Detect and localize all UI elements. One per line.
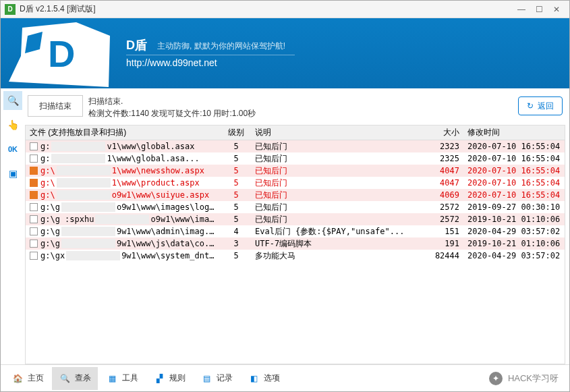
header-app-name: D盾 — [126, 37, 147, 53]
cell-size: 4069 — [426, 190, 463, 200]
path-prefix: g:\g :spxhu — [40, 215, 94, 224]
cell-desc: 已知后门 — [251, 177, 426, 189]
table-body[interactable]: g:v1\www\global.asax5已知后门23232020-07-10 … — [26, 140, 565, 364]
file-icon — [30, 155, 38, 163]
tab-label: 查杀 — [75, 372, 91, 384]
header-tagline: 主动防御, 默默为你的网站保驾护航! — [157, 40, 285, 52]
tab-log[interactable]: ▤记录 — [194, 367, 239, 390]
body-area: 🔍👆0K▣ 扫描结束 扫描结束. 检测文件数:1140 发现可疑文件:10 用时… — [1, 88, 569, 364]
table-row[interactable]: g:\go9w1\www\images\log...5已知后门25722019-… — [26, 201, 565, 213]
options-icon: ◧ — [248, 372, 260, 385]
path-prefix: g: — [40, 154, 50, 163]
table-row[interactable]: g:1\www\global.asa...5已知后门23252020-07-10… — [26, 152, 565, 165]
tab-home[interactable]: 🏠主页 — [5, 367, 51, 390]
cell-time: 2019-09-27 00:30:10 — [463, 202, 565, 212]
redacted-block — [61, 239, 115, 248]
redacted-block — [51, 154, 105, 163]
cell-size: 2325 — [426, 154, 463, 163]
cell-level: 5 — [221, 202, 251, 212]
table-row[interactable]: g:\gx9w1\www\system_dnt...5多功能大马82444202… — [26, 250, 565, 262]
redacted-block — [57, 178, 111, 188]
cell-desc: 已知后门 — [251, 153, 426, 165]
hand-icon[interactable]: 👆 — [3, 115, 22, 134]
path-prefix: g:\ — [40, 166, 55, 175]
tab-options[interactable]: ◧选项 — [241, 367, 287, 390]
app-window: D D盾 v2.1.5.4 [测试版] — ☐ ✕ D D盾 主动防御, 默默为… — [0, 0, 570, 392]
status-text: 扫描结束. 检测文件数:1140 发现可疑文件:10 用时:1.00秒 — [88, 95, 513, 119]
redacted-block — [61, 202, 115, 212]
minimize-button[interactable]: — — [513, 3, 530, 16]
col-desc[interactable]: 说明 — [251, 127, 426, 138]
cell-time: 2019-10-21 01:10:06 — [463, 215, 565, 224]
cell-level: 5 — [221, 154, 251, 163]
path-prefix: g:\g — [40, 227, 60, 236]
path-suffix: o9w1\www\suiyue.aspx — [112, 190, 217, 200]
table-row[interactable]: g:\g9w1\www\js\data\co...3UTF-7编码脚本19120… — [26, 237, 565, 250]
col-file[interactable]: 文件 (支持拖放目录和扫描) — [26, 127, 221, 138]
window-title: D盾 v2.1.5.4 [测试版] — [20, 3, 513, 15]
back-button[interactable]: ↻ 返回 — [518, 96, 563, 115]
table-row[interactable]: g:\g9w1\www\admin\imag...4Eval后门 {参数:{$P… — [26, 225, 565, 237]
path-suffix: o9w1\www\images\log... — [117, 202, 217, 212]
cell-time: 2020-07-10 16:55:04 — [463, 154, 565, 163]
path-prefix: g:\g — [40, 239, 60, 248]
file-icon — [30, 167, 38, 175]
path-prefix: g: — [40, 142, 50, 151]
redacted-block — [66, 251, 120, 260]
table-row[interactable]: g:\g :spxhuo9w1\www\images\mys...5已知后门25… — [26, 213, 565, 225]
cell-size: 82444 — [426, 251, 463, 260]
svg-text:D: D — [48, 32, 75, 75]
cell-size: 151 — [426, 227, 463, 236]
bottom-tabs: 🏠主页🔍查杀▦工具▞规则▤记录◧选项 ✦ HACK学习呀 — [1, 364, 569, 391]
grid-icon: ▦ — [106, 372, 118, 385]
file-icon — [30, 142, 38, 150]
table-row[interactable]: g:\1\www\product.aspx5已知后门40472020-07-10… — [26, 177, 565, 189]
scan-end-button[interactable]: 扫描结束 — [28, 95, 83, 117]
path-prefix: g:\g — [40, 202, 60, 212]
ok-icon[interactable]: 0K — [3, 140, 22, 159]
cell-desc: Eval后门 {参数:{$PAY,"unsafe"... — [251, 226, 426, 237]
tab-label: 选项 — [264, 372, 280, 384]
close-button[interactable]: ✕ — [548, 3, 565, 16]
cell-desc: 多功能大马 — [251, 250, 426, 262]
redacted-block — [61, 227, 115, 236]
col-level[interactable]: 级别 — [221, 127, 251, 138]
file-icon — [30, 252, 38, 260]
maximize-button[interactable]: ☐ — [530, 3, 548, 16]
squares-icon: ▞ — [153, 372, 165, 385]
watermark: ✦ HACK学习呀 — [489, 372, 565, 385]
table-row[interactable]: g:\1\www\newsshow.aspx5已知后门40472020-07-1… — [26, 165, 565, 177]
search-icon: 🔍 — [59, 372, 71, 385]
col-time[interactable]: 修改时间 — [463, 127, 565, 138]
cell-level: 4 — [221, 227, 251, 236]
file-icon — [30, 227, 38, 235]
status-line2: 检测文件数:1140 发现可疑文件:10 用时:1.00秒 — [88, 107, 513, 119]
path-suffix: o9w1\www\images\mys... — [150, 215, 217, 224]
cell-size: 191 — [426, 239, 463, 248]
path-suffix: v1\www\global.asax — [107, 142, 217, 151]
tab-tools[interactable]: ▦工具 — [99, 367, 145, 390]
cell-time: 2020-07-10 16:55:04 — [463, 178, 565, 188]
cell-time: 2020-04-29 03:57:02 — [463, 227, 565, 236]
file-icon — [30, 203, 38, 211]
table-row[interactable]: g:\o9w1\www\suiyue.aspx5已知后门40692020-07-… — [26, 189, 565, 201]
path-prefix: g:\ — [40, 190, 55, 200]
cell-time: 2020-07-10 16:55:04 — [463, 166, 565, 175]
app-logo: D — [9, 22, 110, 87]
tab-rules[interactable]: ▞规则 — [146, 367, 192, 390]
cell-size: 4047 — [426, 178, 463, 188]
cell-desc: 已知后门 — [251, 165, 426, 177]
file-icon — [30, 179, 38, 187]
search-icon[interactable]: 🔍 — [3, 91, 22, 110]
side-toolbar: 🔍👆0K▣ — [1, 88, 25, 364]
table-row[interactable]: g:v1\www\global.asax5已知后门23232020-07-10 … — [26, 140, 565, 152]
col-size[interactable]: 大小 — [426, 127, 463, 138]
tab-scan[interactable]: 🔍查杀 — [52, 367, 98, 390]
cell-time: 2020-07-10 16:55:04 — [463, 142, 565, 151]
tab-label: 记录 — [217, 372, 233, 384]
wechat-icon: ✦ — [489, 372, 503, 385]
path-suffix: 1\www\product.aspx — [112, 178, 217, 188]
tab-label: 规则 — [169, 372, 186, 384]
square-icon[interactable]: ▣ — [3, 164, 22, 183]
back-label: 返回 — [538, 101, 554, 112]
